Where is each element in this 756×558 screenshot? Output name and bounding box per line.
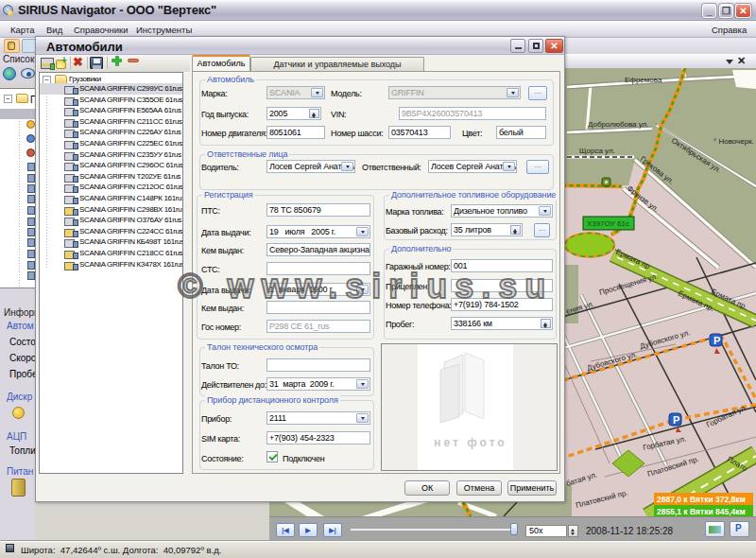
svg-text:° Новочерк.: ° Новочерк.	[713, 137, 754, 146]
svg-text:Х397ОУ 61с: Х397ОУ 61с	[587, 219, 629, 228]
svg-text:Щорса ул.: Щорса ул.	[579, 147, 615, 155]
svg-text:2855,1 к Вятки 845,4км: 2855,1 к Вятки 845,4км	[657, 507, 746, 516]
svg-text:P: P	[713, 335, 720, 346]
svg-text:2887,0 к Вятки 372,8км: 2887,0 к Вятки 372,8км	[657, 495, 746, 504]
svg-text:P: P	[673, 414, 679, 426]
svg-text:Добролюбова ул.: Добролюбова ул.	[588, 120, 649, 129]
svg-text:Ефремова: Ефремова	[625, 76, 662, 84]
